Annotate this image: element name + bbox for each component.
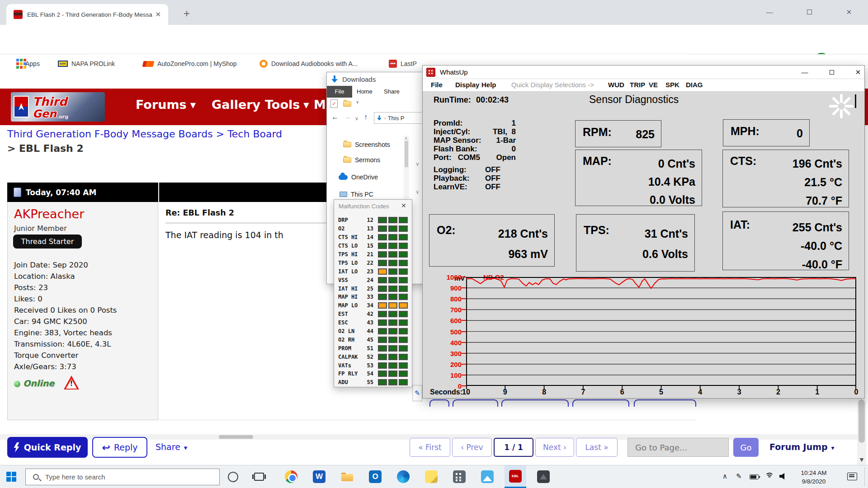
collapse-chevron-icon[interactable]: ∨: [415, 161, 420, 167]
led-green-icon: [378, 286, 387, 292]
breadcrumb[interactable]: Third Generation F-Body Message Boards >…: [7, 128, 282, 140]
taskbar-app-folder[interactable]: [336, 465, 358, 488]
whatsup-close-icon[interactable]: ✕: [851, 67, 865, 78]
malfunction-code-name: DRP: [338, 217, 365, 223]
explorer-scroll-thumb[interactable]: [405, 141, 408, 167]
thirdgen-logo[interactable]: Third Gen .org: [11, 92, 105, 122]
nav-item-tools[interactable]: Tools▼: [265, 98, 309, 112]
customize-toolbar-icon[interactable]: ∨: [356, 99, 359, 104]
report-post-icon[interactable]: !: [64, 375, 79, 389]
window-minimize-button[interactable]: —: [759, 6, 780, 19]
bookmark-audible[interactable]: Download Audiobooks with A...: [259, 57, 358, 70]
go-button[interactable]: Go: [733, 438, 759, 457]
horizontal-scrollbar-thumb[interactable]: [219, 435, 253, 439]
taskbar-app-word[interactable]: W: [308, 465, 330, 488]
edit-pencil-icon[interactable]: ✎: [412, 385, 422, 401]
pen-icon[interactable]: ✎: [736, 472, 742, 480]
menu-trip[interactable]: TRIP: [630, 81, 645, 89]
scroll-up-icon[interactable]: ∧: [405, 136, 408, 141]
tab-close-icon[interactable]: ✕: [152, 9, 164, 19]
whatsup-minimize-icon[interactable]: —: [798, 67, 811, 78]
quick-reply-button[interactable]: Quick Reply: [7, 437, 88, 458]
forum-jump-dropdown[interactable]: Forum Jump: [769, 442, 835, 452]
new-tab-button[interactable]: +: [180, 7, 193, 21]
nav-item-forums[interactable]: Forums▼: [136, 98, 196, 112]
whatsup-maximize-icon[interactable]: [825, 67, 839, 78]
task-view-icon[interactable]: [254, 473, 264, 481]
sidebar-item-sermons[interactable]: Sermons: [343, 156, 380, 164]
browser-tab[interactable]: EBL Flash 2 - Third Generation F-Body Me…: [6, 4, 168, 25]
taskbar-app-notes[interactable]: [420, 465, 442, 488]
malfunction-close-icon[interactable]: ✕: [401, 202, 406, 209]
taskbar-app-edge[interactable]: [392, 465, 414, 488]
window-maximize-button[interactable]: [799, 6, 820, 19]
bookmark-autozone[interactable]: AutoZonePro.com | MyShop: [143, 57, 237, 70]
post-author-link[interactable]: AKPreacher: [14, 207, 84, 221]
share-button[interactable]: Share: [156, 442, 187, 452]
battery-icon[interactable]: [750, 474, 759, 479]
logo-text-bottom: Gen: [33, 108, 57, 120]
network-icon[interactable]: [765, 473, 774, 480]
ribbon-tab-home[interactable]: Home: [357, 88, 373, 95]
menu-ve[interactable]: VE: [649, 81, 658, 89]
malfunction-code-name: MAP HI: [338, 294, 365, 300]
sidebar-item-screenshots[interactable]: Screenshots: [343, 141, 390, 148]
malfunction-row: TPS LO22: [334, 258, 413, 267]
explorer-up-icon[interactable]: ↑: [364, 113, 368, 121]
pagination-next-button[interactable]: Next ›: [535, 438, 574, 457]
taskbar-clock[interactable]: 10:24 AM 9/8/2020: [791, 469, 836, 486]
menu-file[interactable]: File: [431, 81, 443, 89]
start-button[interactable]: [6, 472, 16, 482]
menu-wud[interactable]: WUD: [608, 81, 624, 89]
collapse-chevron-icon[interactable]: ∨: [415, 189, 420, 195]
malfunction-code-number: 13: [365, 225, 373, 232]
taskbar-app-dark[interactable]: [533, 465, 554, 488]
vertical-scrollbar-thumb[interactable]: [859, 399, 865, 443]
nav-item-m[interactable]: M: [314, 98, 326, 112]
info-label: Inject/Cyl:: [434, 127, 470, 136]
explorer-forward-icon[interactable]: →: [344, 113, 351, 121]
goto-page-input[interactable]: [627, 438, 729, 457]
explorer-back-icon[interactable]: ←: [331, 113, 339, 121]
pagination-first-button[interactable]: « First: [410, 438, 450, 457]
ribbon-tab-share[interactable]: Share: [384, 88, 400, 95]
scroll-down-icon[interactable]: ▼: [857, 455, 866, 465]
show-desktop-divider[interactable]: [864, 467, 865, 487]
volume-icon[interactable]: [779, 473, 788, 480]
sidebar-item-onedrive[interactable]: OneDrive: [339, 174, 378, 181]
pagination-last-button[interactable]: Last »: [576, 438, 618, 457]
bookmark-lastpass[interactable]: •••LastP: [389, 57, 417, 70]
pagination-prev-button[interactable]: ‹ Prev: [452, 438, 492, 457]
window-close-button[interactable]: ✕: [839, 6, 859, 19]
led-green-icon: [399, 311, 408, 317]
napa-icon: NAPA: [58, 61, 68, 67]
taskbar-app-ebl[interactable]: EBL: [505, 465, 526, 488]
info-value: OFF: [485, 183, 500, 192]
menu-diag[interactable]: DIAG: [686, 81, 703, 89]
explorer-history-icon[interactable]: ∨: [355, 116, 359, 122]
reply-button[interactable]: ↩Reply: [92, 437, 147, 458]
gauge-value-line: 963 mV: [498, 244, 548, 264]
vertical-scrollbar[interactable]: ▼: [857, 399, 866, 465]
properties-icon[interactable]: ✓: [330, 99, 338, 108]
taskbar-app-outlook[interactable]: O: [364, 465, 386, 488]
menu-spk[interactable]: SPK: [665, 81, 679, 89]
action-center-icon[interactable]: [847, 473, 857, 480]
taskbar-app-calc[interactable]: [448, 465, 470, 488]
menu-display[interactable]: Display: [455, 81, 479, 89]
bookmark-napa[interactable]: NAPANAPA PROLink: [58, 57, 115, 70]
ribbon-tab-file[interactable]: File: [327, 86, 352, 98]
taskbar-app-photos[interactable]: [476, 465, 498, 488]
cortana-icon[interactable]: [228, 472, 238, 482]
gauge-label: IAT:: [730, 218, 750, 231]
taskbar-search[interactable]: Type here to search: [25, 469, 220, 485]
new-folder-icon[interactable]: [343, 101, 351, 107]
gauge-label: MPH:: [731, 125, 760, 138]
taskbar-app-chrome[interactable]: [280, 465, 302, 488]
hidden-icons-chevron[interactable]: ∧: [722, 472, 727, 480]
whatsup-titlebar[interactable]: WhatsUp — ✕: [423, 66, 864, 79]
sidebar-item-this-pc[interactable]: This PC: [340, 191, 373, 198]
nav-item-gallery[interactable]: Gallery: [212, 98, 260, 112]
bookmark-apps[interactable]: Apps: [14, 57, 40, 70]
menu-help[interactable]: Help: [481, 81, 496, 89]
